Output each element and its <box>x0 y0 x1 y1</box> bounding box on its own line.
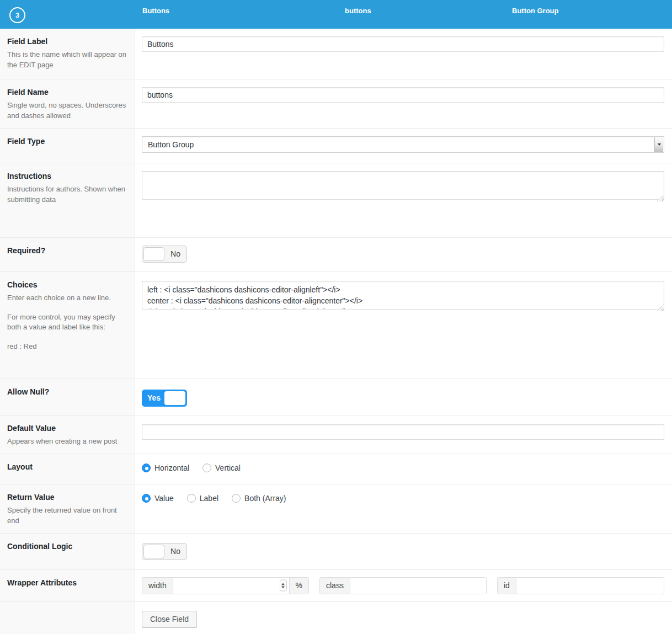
field-label-input[interactable] <box>142 36 664 52</box>
radio-unchecked-icon[interactable] <box>232 494 241 503</box>
conditional-logic-toggle[interactable]: No <box>142 543 187 560</box>
wrapper-class-group: class <box>319 577 487 594</box>
setting-row-return-value: Return Value Specify the returned value … <box>0 484 672 534</box>
field-label-label-col: Field Label This is the name which will … <box>0 29 135 79</box>
field-label-desc: This is the name which will appear on th… <box>7 50 127 71</box>
wrapper-width-input[interactable] <box>173 578 289 594</box>
wrapper-attributes-label-col: Wrapper Attributes <box>0 570 135 601</box>
wrapper-width-unit: % <box>289 578 308 594</box>
setting-row-field-name: Field Name Single word, no spaces. Under… <box>0 79 672 129</box>
setting-row-conditional-logic: Conditional Logic No <box>0 534 672 570</box>
wrapper-class-input[interactable] <box>350 578 486 594</box>
required-toggle-label: No <box>164 246 186 262</box>
return-value-option-label: Value <box>154 494 174 503</box>
layout-option-label: Horizontal <box>154 463 189 472</box>
return-value-radio-label[interactable]: Label <box>187 494 218 503</box>
stepper-up-down-icon[interactable] <box>280 580 287 592</box>
layout-radio-vertical[interactable]: Vertical <box>202 463 241 472</box>
allow-null-title: Allow Null? <box>7 387 127 396</box>
choices-title: Choices <box>7 280 127 289</box>
return-value-label-col: Return Value Specify the returned value … <box>0 484 135 533</box>
setting-row-field-label: Field Label This is the name which will … <box>0 29 672 79</box>
radio-unchecked-icon[interactable] <box>187 494 196 503</box>
required-label-col: Required? <box>0 238 135 271</box>
field-label-title: Field Label <box>7 37 127 46</box>
acf-field-settings-panel: 3 Buttons buttons Button Group Field Lab… <box>0 0 672 634</box>
setting-row-field-type: Field Type Button Group <box>0 129 672 163</box>
field-name-title: Field Name <box>7 88 127 97</box>
return-value-desc: Specify the returned value on front end <box>7 505 127 526</box>
field-header-type: Button Group <box>512 7 558 15</box>
toggle-knob <box>143 545 164 558</box>
setting-row-close-field: Close Field <box>0 602 672 634</box>
return-value-radio-both[interactable]: Both (Array) <box>232 494 286 503</box>
setting-row-choices: Choices Enter each choice on a new line.… <box>0 272 672 379</box>
conditional-logic-title: Conditional Logic <box>7 542 127 551</box>
field-name-input[interactable] <box>142 87 664 103</box>
wrapper-width-label: width <box>142 578 173 594</box>
instructions-title: Instructions <box>7 172 127 180</box>
required-toggle[interactable]: No <box>142 246 187 263</box>
close-field-button[interactable]: Close Field <box>142 611 197 627</box>
choices-textarea[interactable]: left : <i class="dashicons dashicons-edi… <box>142 281 664 310</box>
choices-label-col: Choices Enter each choice on a new line.… <box>0 272 135 379</box>
return-value-title: Return Value <box>7 493 127 502</box>
field-type-select[interactable]: Button Group <box>142 136 664 153</box>
layout-title: Layout <box>7 462 127 471</box>
setting-row-allow-null: Allow Null? Yes <box>0 379 672 415</box>
return-value-radio-group: Value Label Both (Array) <box>142 492 664 503</box>
allow-null-label-col: Allow Null? <box>0 379 135 415</box>
wrapper-id-label: id <box>498 578 516 594</box>
wrapper-id-group: id <box>497 577 664 594</box>
setting-row-layout: Layout Horizontal Vertical <box>0 454 672 484</box>
return-value-option-label: Label <box>200 494 218 503</box>
radio-checked-icon[interactable] <box>142 494 151 503</box>
radio-unchecked-icon[interactable] <box>202 463 211 472</box>
default-value-title: Default Value <box>7 424 127 433</box>
default-value-label-col: Default Value Appears when creating a ne… <box>0 415 135 454</box>
choices-desc-line3: red : Red <box>7 342 127 352</box>
toggle-knob <box>143 247 164 261</box>
setting-row-instructions: Instructions Instructions for authors. S… <box>0 163 672 238</box>
instructions-textarea[interactable] <box>142 171 664 200</box>
return-value-radio-value[interactable]: Value <box>142 494 174 503</box>
toggle-knob <box>164 391 185 405</box>
field-header-label: Buttons <box>142 7 169 15</box>
layout-radio-horizontal[interactable]: Horizontal <box>142 463 189 472</box>
return-value-option-label: Both (Array) <box>244 494 286 503</box>
choices-desc-line2: For more control, you may specify both a… <box>7 312 127 333</box>
conditional-logic-label-col: Conditional Logic <box>0 534 135 569</box>
setting-row-required: Required? No <box>0 238 672 272</box>
required-title: Required? <box>7 246 127 255</box>
default-value-input[interactable] <box>142 424 664 440</box>
field-name-label-col: Field Name Single word, no spaces. Under… <box>0 79 135 128</box>
allow-null-toggle-label: Yes <box>142 390 166 406</box>
field-order-badge[interactable]: 3 <box>9 7 25 23</box>
field-type-label-col: Field Type <box>0 129 135 163</box>
layout-label-col: Layout <box>0 454 135 484</box>
field-type-title: Field Type <box>7 137 127 146</box>
choices-desc-line1: Enter each choice on a new line. <box>7 293 127 303</box>
setting-row-wrapper-attributes: Wrapper Attributes width % class <box>0 570 672 602</box>
instructions-label-col: Instructions Instructions for authors. S… <box>0 163 135 237</box>
choices-desc: Enter each choice on a new line. For mor… <box>7 293 127 352</box>
wrapper-class-label: class <box>320 578 350 594</box>
close-field-label-col <box>0 602 135 634</box>
caret-down-icon[interactable] <box>654 137 663 152</box>
conditional-logic-toggle-label: No <box>164 544 186 560</box>
setting-row-default-value: Default Value Appears when creating a ne… <box>0 415 672 454</box>
layout-option-label: Vertical <box>215 463 241 472</box>
layout-radio-group: Horizontal Vertical <box>142 462 664 472</box>
field-header-name: buttons <box>345 7 371 15</box>
instructions-desc: Instructions for authors. Shown when sub… <box>7 184 127 205</box>
radio-checked-icon[interactable] <box>142 463 151 472</box>
default-value-desc: Appears when creating a new post <box>7 436 127 447</box>
allow-null-toggle[interactable]: Yes <box>142 390 187 407</box>
wrapper-id-input[interactable] <box>516 578 664 594</box>
field-name-desc: Single word, no spaces. Underscores and … <box>7 100 127 121</box>
field-header[interactable]: 3 Buttons buttons Button Group <box>0 0 672 29</box>
wrapper-width-group: width % <box>142 577 309 594</box>
wrapper-attributes-title: Wrapper Attributes <box>7 578 127 587</box>
field-type-selected-value: Button Group <box>148 140 194 149</box>
